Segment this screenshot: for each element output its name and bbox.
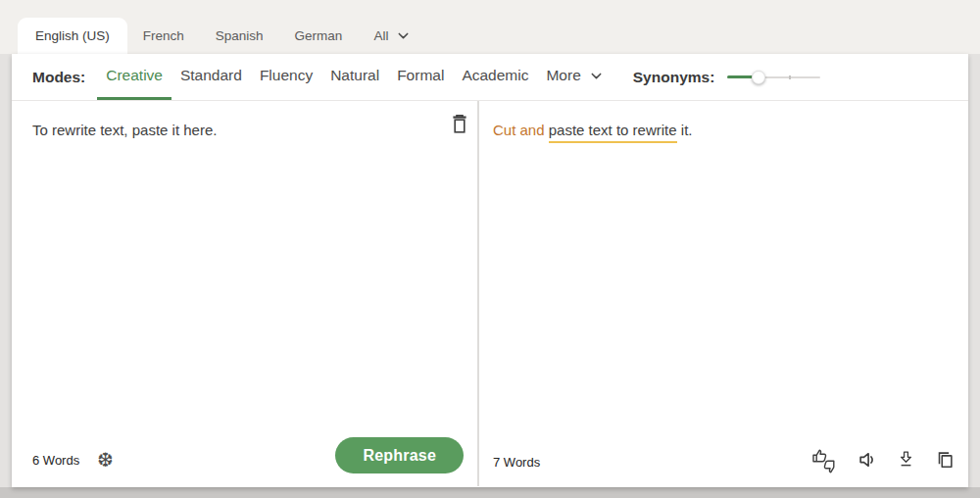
output-actions bbox=[811, 447, 956, 474]
download-button[interactable] bbox=[896, 447, 916, 474]
freeze-words-icon: ❆ bbox=[97, 449, 114, 471]
mode-natural[interactable]: Natural bbox=[321, 54, 388, 100]
chevron-down-icon bbox=[397, 29, 410, 42]
synonyms-label: Synonyms: bbox=[633, 69, 715, 86]
synonyms-slider-thumb[interactable] bbox=[752, 71, 765, 84]
output-text[interactable]: Cut and paste text to rewrite it. bbox=[479, 101, 968, 161]
tab-label: All bbox=[373, 28, 388, 43]
tab-german[interactable]: German bbox=[279, 18, 359, 54]
download-icon bbox=[896, 449, 916, 473]
chevron-down-icon bbox=[590, 70, 603, 82]
input-word-count: 6 Words bbox=[32, 453, 79, 468]
rephrase-button[interactable]: Rephrase bbox=[335, 437, 464, 473]
copy-icon bbox=[934, 449, 956, 473]
tab-french[interactable]: French bbox=[127, 18, 200, 54]
tab-english-us[interactable]: English (US) bbox=[18, 18, 127, 54]
tab-all-languages[interactable]: All bbox=[358, 18, 425, 54]
modes-bar: Modes: Creative Standard Fluency Natural… bbox=[12, 54, 968, 101]
input-text[interactable]: To rewrite text, paste it here. bbox=[12, 101, 477, 161]
synonyms-slider[interactable] bbox=[727, 70, 820, 85]
feedback-thumbs-icon bbox=[811, 448, 839, 474]
output-segment-underlined[interactable]: paste text to rewrite bbox=[549, 122, 677, 143]
freeze-words-button[interactable]: ❆ bbox=[97, 450, 114, 470]
mode-standard[interactable]: Standard bbox=[172, 54, 251, 100]
tab-label: German bbox=[295, 28, 343, 43]
mode-fluency[interactable]: Fluency bbox=[251, 54, 321, 100]
tab-label: Spanish bbox=[216, 28, 264, 43]
copy-button[interactable] bbox=[934, 447, 956, 474]
mode-more-dropdown[interactable]: More bbox=[537, 54, 611, 100]
input-footer: 6 Words ❆ bbox=[32, 450, 114, 470]
paraphraser-app: English (US) French Spanish German All M… bbox=[0, 0, 980, 498]
delete-text-button[interactable] bbox=[450, 114, 469, 136]
mode-creative[interactable]: Creative bbox=[97, 54, 172, 100]
editor-panels: To rewrite text, paste it here. 6 Words … bbox=[12, 101, 968, 486]
input-panel: To rewrite text, paste it here. 6 Words … bbox=[12, 101, 479, 486]
output-word-count: 7 Words bbox=[493, 455, 540, 470]
mode-formal[interactable]: Formal bbox=[388, 54, 453, 100]
page-bottom-strip bbox=[0, 487, 980, 498]
language-tabbar: English (US) French Spanish German All bbox=[0, 0, 980, 54]
output-segment-changed[interactable]: Cut and bbox=[493, 122, 549, 138]
trash-icon bbox=[451, 123, 468, 137]
paraphraser-card: Modes: Creative Standard Fluency Natural… bbox=[12, 54, 968, 487]
feedback-button[interactable] bbox=[811, 447, 839, 474]
speaker-icon bbox=[857, 449, 878, 473]
synonyms-slider-tick bbox=[789, 75, 791, 79]
output-footer: 7 Words bbox=[493, 455, 540, 470]
modes-label: Modes: bbox=[32, 69, 85, 86]
tab-label: English (US) bbox=[35, 28, 110, 43]
output-panel: Cut and paste text to rewrite it. 7 Word… bbox=[479, 101, 968, 486]
text-to-speech-button[interactable] bbox=[857, 447, 878, 474]
tab-spanish[interactable]: Spanish bbox=[200, 18, 279, 54]
more-label: More bbox=[546, 67, 580, 84]
tab-label: French bbox=[143, 28, 184, 43]
output-segment-plain[interactable]: it. bbox=[677, 122, 693, 138]
mode-academic[interactable]: Academic bbox=[453, 54, 537, 100]
